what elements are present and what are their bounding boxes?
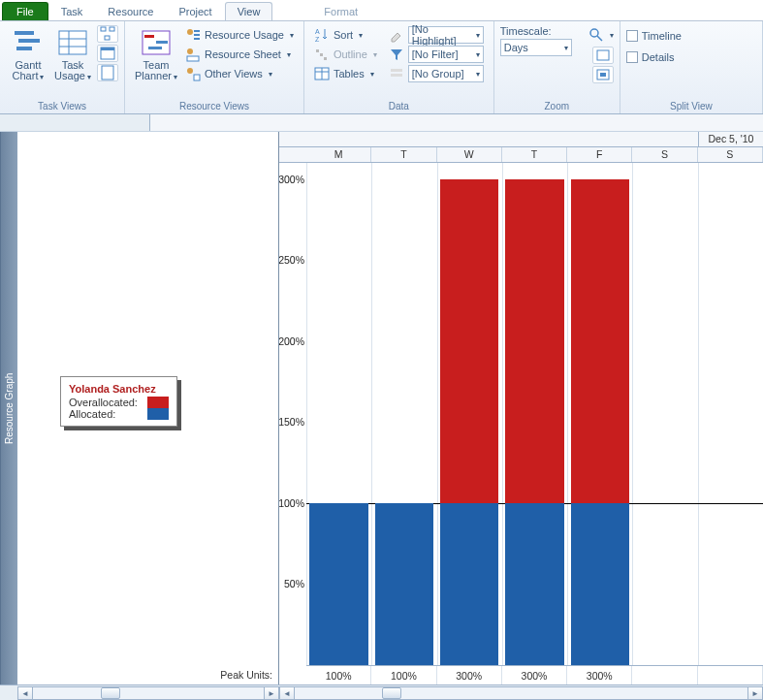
scroll-thumb[interactable] bbox=[101, 687, 120, 699]
scroll-right-button[interactable]: ► bbox=[747, 686, 763, 700]
resource-usage-label: Resource Usage bbox=[205, 29, 284, 41]
zoom-selected-button[interactable] bbox=[592, 66, 614, 83]
svg-rect-3 bbox=[59, 31, 86, 54]
filter-combo[interactable]: [No Filter]▾ bbox=[385, 45, 488, 64]
date-header: Dec 5, '10 bbox=[279, 132, 763, 147]
bar-overallocated bbox=[571, 179, 630, 503]
scroll-right-button[interactable]: ► bbox=[264, 686, 279, 700]
tables-button[interactable]: Tables▾ bbox=[310, 64, 381, 83]
svg-rect-29 bbox=[324, 57, 327, 60]
gantt-chart-button[interactable]: Gantt Chart▾ bbox=[6, 25, 50, 82]
highlight-combo[interactable]: [No Highlight]▾ bbox=[385, 25, 488, 45]
outline-button[interactable]: Outline▾ bbox=[310, 45, 381, 64]
resource-usage-icon bbox=[185, 27, 201, 43]
svg-text:A: A bbox=[315, 28, 320, 35]
scroll-left-button[interactable]: ◄ bbox=[17, 686, 33, 700]
svg-rect-19 bbox=[194, 34, 200, 36]
task-usage-icon bbox=[57, 27, 88, 58]
view-side-tab[interactable]: Resource Graph bbox=[0, 132, 17, 684]
network-diagram-button[interactable] bbox=[97, 25, 118, 43]
timeline-label: Timeline bbox=[642, 30, 682, 42]
other-views-label: Other Views bbox=[205, 68, 263, 80]
day-header-cell: T bbox=[502, 147, 567, 162]
zoom-entire-icon bbox=[595, 48, 611, 63]
checkbox-icon bbox=[626, 51, 638, 63]
svg-rect-0 bbox=[15, 31, 34, 35]
peak-units-label: Peak Units: bbox=[220, 665, 272, 684]
gantt-chart-icon bbox=[13, 27, 44, 58]
y-tick-label: 50% bbox=[284, 578, 304, 589]
y-tick-label: 200% bbox=[279, 335, 304, 347]
calendar-button[interactable] bbox=[97, 45, 118, 62]
peak-cell bbox=[632, 666, 697, 684]
tab-project[interactable]: Project bbox=[166, 2, 224, 20]
other-views-icon bbox=[185, 66, 201, 81]
scroll-track[interactable] bbox=[295, 686, 747, 700]
group-zoom: Zoom Timescale: Days▾ ▾ bbox=[494, 21, 620, 113]
peak-cell: 300% bbox=[502, 666, 567, 684]
sheet-icon bbox=[100, 65, 115, 80]
bar-allocated bbox=[571, 503, 630, 665]
plot-area[interactable]: 100%100%300%300%300% bbox=[306, 163, 763, 684]
right-scrollbar[interactable]: ◄ ► bbox=[279, 685, 763, 700]
legend-over-label: Overallocated: bbox=[69, 397, 138, 408]
scroll-thumb[interactable] bbox=[382, 687, 401, 699]
resource-usage-button[interactable]: Resource Usage▾ bbox=[181, 25, 298, 45]
grid-line bbox=[502, 163, 503, 665]
svg-point-23 bbox=[187, 68, 193, 74]
grid-line bbox=[567, 163, 568, 665]
team-planner-icon bbox=[141, 27, 172, 58]
tab-format[interactable]: Format bbox=[311, 2, 370, 20]
legend-box: Yolanda Sanchez Overallocated: Allocated… bbox=[60, 376, 177, 427]
gantt-label: Gantt Chart bbox=[13, 59, 42, 81]
svg-rect-15 bbox=[156, 41, 168, 44]
day-header-cell: S bbox=[632, 147, 697, 162]
other-task-views-button[interactable] bbox=[97, 64, 118, 81]
left-pane: Yolanda Sanchez Overallocated: Allocated… bbox=[17, 132, 279, 684]
zoom-button[interactable]: ▾ bbox=[588, 25, 614, 45]
filter-value: [No Filter] bbox=[412, 48, 459, 60]
sort-button[interactable]: AZ Sort▾ bbox=[310, 25, 381, 45]
peak-row: 100%100%300%300%300% bbox=[306, 665, 763, 684]
tab-task[interactable]: Task bbox=[48, 2, 96, 20]
peak-cell: 100% bbox=[371, 666, 436, 684]
group-label: Resource Views bbox=[125, 101, 303, 111]
left-scrollbar[interactable]: ◄ ► bbox=[17, 685, 279, 700]
outline-label: Outline bbox=[334, 48, 367, 60]
svg-rect-28 bbox=[320, 53, 323, 56]
other-resource-views-button[interactable]: Other Views▾ bbox=[181, 64, 298, 83]
zoom-entire-button[interactable] bbox=[592, 47, 614, 64]
main-area: Resource Graph Yolanda Sanchez Overalloc… bbox=[0, 132, 763, 684]
y-tick-label: 250% bbox=[279, 254, 304, 266]
sort-icon: AZ bbox=[314, 27, 330, 43]
svg-rect-8 bbox=[110, 27, 114, 31]
scroll-track[interactable] bbox=[33, 686, 264, 700]
tab-resource[interactable]: Resource bbox=[95, 2, 166, 20]
svg-rect-33 bbox=[391, 69, 402, 72]
ribbon: Task Views Gantt Chart▾ Task Usage▾ Reso… bbox=[0, 21, 763, 114]
group-combo[interactable]: [No Group]▾ bbox=[385, 64, 488, 83]
resource-sheet-label: Resource Sheet bbox=[205, 48, 281, 60]
legend-alloc-swatch bbox=[147, 408, 169, 420]
timeline-checkbox[interactable]: Timeline bbox=[626, 27, 756, 45]
header-rest bbox=[150, 114, 763, 131]
peak-cell: 100% bbox=[306, 666, 371, 684]
svg-rect-22 bbox=[187, 56, 199, 61]
task-usage-button[interactable]: Task Usage▾ bbox=[50, 25, 95, 82]
svg-line-36 bbox=[597, 36, 602, 41]
header-strip bbox=[0, 114, 763, 132]
scroll-left-button[interactable]: ◄ bbox=[279, 686, 295, 700]
svg-point-21 bbox=[187, 48, 193, 54]
svg-text:Z: Z bbox=[315, 36, 320, 43]
details-checkbox[interactable]: Details bbox=[626, 48, 756, 66]
team-planner-label: Team Planner bbox=[135, 59, 172, 81]
y-axis: 50%100%150%200%250%300% bbox=[279, 163, 306, 665]
timescale-combo[interactable]: Days▾ bbox=[500, 39, 572, 56]
network-icon bbox=[100, 26, 115, 42]
team-planner-button[interactable]: Team Planner▾ bbox=[131, 25, 181, 83]
group-data: Data AZ Sort▾ Outline▾ Tables▾ bbox=[304, 21, 494, 113]
tab-view[interactable]: View bbox=[225, 2, 273, 20]
grid-line bbox=[632, 163, 633, 665]
resource-sheet-button[interactable]: Resource Sheet▾ bbox=[181, 45, 298, 64]
tab-file[interactable]: File bbox=[2, 2, 48, 20]
